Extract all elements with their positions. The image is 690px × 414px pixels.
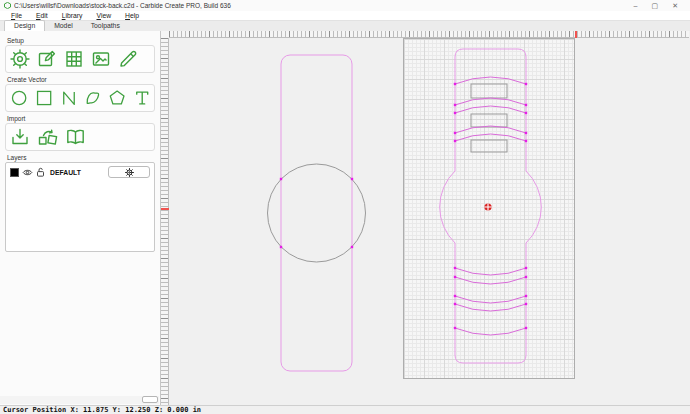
minimize-icon[interactable]: – bbox=[634, 0, 638, 11]
edit-document-icon[interactable] bbox=[37, 49, 57, 69]
window-title: C:\Users\willsf\Downloads\stock-back.c2d… bbox=[14, 2, 634, 9]
menu-help[interactable]: Help bbox=[118, 11, 146, 21]
tab-model[interactable]: Model bbox=[45, 21, 82, 31]
vertical-ruler bbox=[161, 38, 169, 405]
close-icon[interactable]: ✕ bbox=[672, 0, 678, 11]
menu-library[interactable]: Library bbox=[55, 11, 90, 21]
menu-view[interactable]: View bbox=[89, 11, 118, 21]
polyline-tool-icon[interactable] bbox=[61, 88, 77, 108]
trace-image-icon[interactable] bbox=[37, 127, 58, 147]
job-setup-gear-icon[interactable] bbox=[10, 49, 30, 69]
curve-tool-icon[interactable] bbox=[84, 88, 101, 108]
layer-row[interactable]: DEFAULT bbox=[6, 163, 154, 181]
section-title-layers: Layers bbox=[7, 154, 155, 161]
tab-toolpaths[interactable]: Toolpaths bbox=[82, 21, 129, 31]
ruler-corner bbox=[161, 31, 169, 38]
gear-icon bbox=[125, 168, 134, 177]
cursor-position-readout: Cursor Position X: 11.875 Y: 12.250 Z: 0… bbox=[3, 406, 201, 414]
layer-settings-button[interactable] bbox=[108, 166, 150, 178]
panel-scrollbar[interactable] bbox=[0, 396, 159, 404]
section-title-create-vector: Create Vector bbox=[7, 76, 155, 83]
circle-tool-icon[interactable] bbox=[10, 88, 28, 108]
design-panel: Setup bbox=[0, 31, 161, 405]
visibility-eye-icon[interactable] bbox=[22, 168, 33, 177]
text-tool-icon[interactable] bbox=[134, 88, 150, 108]
panel-scrollbar-thumb[interactable] bbox=[142, 396, 158, 403]
slot-rect-1 bbox=[471, 84, 507, 98]
tab-design[interactable]: Design bbox=[4, 20, 45, 31]
create-vector-group bbox=[5, 84, 155, 112]
polygon-tool-icon[interactable] bbox=[108, 88, 126, 108]
status-bar: Cursor Position X: 11.875 Y: 12.250 Z: 0… bbox=[0, 405, 690, 414]
groove-arcs-top[interactable] bbox=[455, 77, 526, 141]
cursor-x-marker bbox=[575, 31, 577, 38]
tab-bar: Design Model Toolpaths bbox=[0, 21, 690, 31]
import-group bbox=[5, 123, 155, 151]
layers-list: DEFAULT bbox=[5, 162, 155, 252]
horizontal-ruler bbox=[169, 31, 689, 38]
measure-pencil-icon[interactable] bbox=[118, 49, 138, 69]
rotation-origin-marker[interactable] bbox=[484, 203, 491, 210]
app-icon bbox=[4, 2, 11, 9]
unlocked-padlock-icon[interactable] bbox=[36, 167, 45, 177]
left-band-nodes bbox=[280, 178, 353, 248]
layer-color-swatch[interactable] bbox=[10, 168, 19, 177]
slot-rect-2 bbox=[471, 114, 507, 127]
menu-edit[interactable]: Edit bbox=[29, 11, 55, 21]
app-window: C:\Users\willsf\Downloads\stock-back.c2d… bbox=[0, 0, 690, 414]
setup-group bbox=[5, 45, 155, 73]
vector-right-band[interactable] bbox=[440, 49, 542, 363]
maximize-icon[interactable]: ▢ bbox=[652, 0, 659, 11]
title-bar: C:\Users\willsf\Downloads\stock-back.c2d… bbox=[0, 0, 690, 11]
design-canvas[interactable] bbox=[161, 31, 689, 405]
background-image-icon[interactable] bbox=[91, 49, 111, 69]
section-title-setup: Setup bbox=[7, 37, 155, 44]
menu-bar: File Edit Library View Help bbox=[0, 11, 690, 21]
stock-grid-icon[interactable] bbox=[64, 49, 84, 69]
groove-arcs-bottom[interactable] bbox=[455, 268, 526, 335]
vector-left-band[interactable] bbox=[268, 55, 366, 371]
import-file-icon[interactable] bbox=[10, 127, 30, 147]
vector-left-circle[interactable] bbox=[268, 164, 366, 262]
layer-name: DEFAULT bbox=[50, 169, 105, 176]
cursor-y-marker bbox=[161, 208, 169, 210]
menu-file[interactable]: File bbox=[4, 11, 29, 21]
slot-rect-3 bbox=[471, 140, 507, 152]
shape-library-book-icon[interactable] bbox=[65, 127, 86, 147]
vector-drawing bbox=[161, 31, 689, 405]
section-title-import: Import bbox=[7, 115, 155, 122]
slot-rectangles[interactable] bbox=[471, 84, 507, 152]
rectangle-tool-icon[interactable] bbox=[35, 88, 53, 108]
